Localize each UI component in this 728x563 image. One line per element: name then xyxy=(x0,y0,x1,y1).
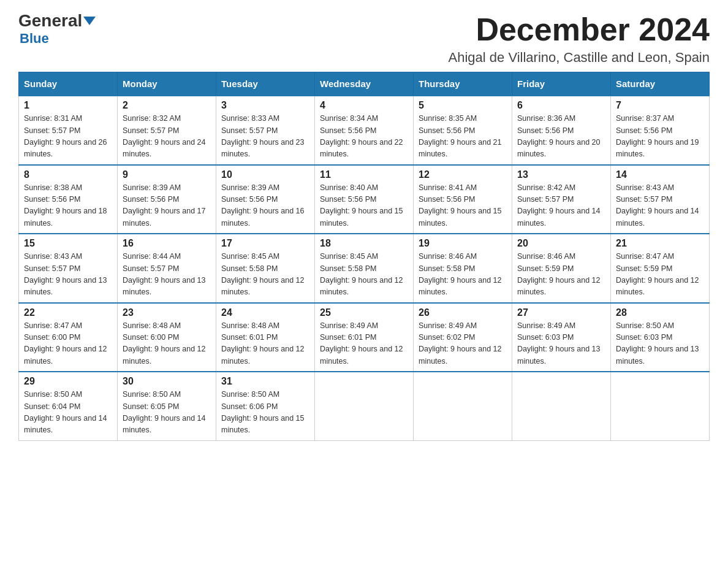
calendar-day-cell: 29Sunrise: 8:50 AMSunset: 6:04 PMDayligh… xyxy=(19,372,118,440)
day-number: 6 xyxy=(517,100,605,111)
calendar-day-cell: 10Sunrise: 8:39 AMSunset: 5:56 PMDayligh… xyxy=(216,165,315,234)
day-info: Sunrise: 8:46 AMSunset: 5:59 PMDaylight:… xyxy=(517,251,605,299)
logo-blue: Blue xyxy=(20,31,49,47)
day-number: 31 xyxy=(221,376,309,387)
day-number: 11 xyxy=(320,169,408,180)
day-info: Sunrise: 8:45 AMSunset: 5:58 PMDaylight:… xyxy=(221,251,309,299)
day-number: 15 xyxy=(24,238,112,249)
calendar-week-row: 22Sunrise: 8:47 AMSunset: 6:00 PMDayligh… xyxy=(19,303,710,372)
calendar-day-cell: 30Sunrise: 8:50 AMSunset: 6:05 PMDayligh… xyxy=(118,372,216,440)
day-info: Sunrise: 8:39 AMSunset: 5:56 PMDaylight:… xyxy=(123,182,211,230)
day-number: 23 xyxy=(123,307,211,318)
day-number: 2 xyxy=(123,100,211,111)
day-info: Sunrise: 8:39 AMSunset: 5:56 PMDaylight:… xyxy=(221,182,309,230)
day-info: Sunrise: 8:48 AMSunset: 6:01 PMDaylight:… xyxy=(221,320,309,368)
day-info: Sunrise: 8:46 AMSunset: 5:58 PMDaylight:… xyxy=(419,251,507,299)
calendar-day-cell: 14Sunrise: 8:43 AMSunset: 5:57 PMDayligh… xyxy=(611,165,710,234)
calendar-day-cell: 15Sunrise: 8:43 AMSunset: 5:57 PMDayligh… xyxy=(19,234,118,303)
calendar-day-cell: 18Sunrise: 8:45 AMSunset: 5:58 PMDayligh… xyxy=(315,234,414,303)
day-number: 8 xyxy=(24,169,112,180)
calendar-day-cell: 4Sunrise: 8:34 AMSunset: 5:56 PMDaylight… xyxy=(315,96,414,165)
day-info: Sunrise: 8:48 AMSunset: 6:00 PMDaylight:… xyxy=(123,320,211,368)
day-number: 26 xyxy=(419,307,507,318)
day-number: 3 xyxy=(221,100,309,111)
day-number: 17 xyxy=(221,238,309,249)
day-info: Sunrise: 8:43 AMSunset: 5:57 PMDaylight:… xyxy=(24,251,112,299)
day-info: Sunrise: 8:50 AMSunset: 6:06 PMDaylight:… xyxy=(221,389,309,437)
day-info: Sunrise: 8:49 AMSunset: 6:01 PMDaylight:… xyxy=(320,320,408,368)
logo-general: General xyxy=(18,11,82,30)
day-number: 14 xyxy=(616,169,704,180)
page-header: General Blue December 2024 Ahigal de Vil… xyxy=(18,12,710,66)
day-number: 25 xyxy=(320,307,408,318)
day-number: 7 xyxy=(616,100,704,111)
calendar-day-cell: 24Sunrise: 8:48 AMSunset: 6:01 PMDayligh… xyxy=(216,303,315,372)
calendar-table: SundayMondayTuesdayWednesdayThursdayFrid… xyxy=(18,72,710,441)
calendar-day-cell: 13Sunrise: 8:42 AMSunset: 5:57 PMDayligh… xyxy=(512,165,611,234)
day-info: Sunrise: 8:45 AMSunset: 5:58 PMDaylight:… xyxy=(320,251,408,299)
day-number: 12 xyxy=(419,169,507,180)
day-info: Sunrise: 8:35 AMSunset: 5:56 PMDaylight:… xyxy=(419,113,507,161)
day-info: Sunrise: 8:49 AMSunset: 6:03 PMDaylight:… xyxy=(517,320,605,368)
location-title: Ahigal de Villarino, Castille and Leon, … xyxy=(449,50,710,66)
calendar-week-row: 29Sunrise: 8:50 AMSunset: 6:04 PMDayligh… xyxy=(19,372,710,440)
calendar-week-row: 8Sunrise: 8:38 AMSunset: 5:56 PMDaylight… xyxy=(19,165,710,234)
day-number: 24 xyxy=(221,307,309,318)
calendar-day-cell: 6Sunrise: 8:36 AMSunset: 5:56 PMDaylight… xyxy=(512,96,611,165)
calendar-day-cell: 9Sunrise: 8:39 AMSunset: 5:56 PMDaylight… xyxy=(118,165,216,234)
weekday-header-thursday: Thursday xyxy=(414,72,512,96)
day-info: Sunrise: 8:41 AMSunset: 5:56 PMDaylight:… xyxy=(419,182,507,230)
calendar-day-cell: 2Sunrise: 8:32 AMSunset: 5:57 PMDaylight… xyxy=(118,96,216,165)
day-info: Sunrise: 8:34 AMSunset: 5:56 PMDaylight:… xyxy=(320,113,408,161)
calendar-day-cell xyxy=(611,372,710,440)
weekday-header-row: SundayMondayTuesdayWednesdayThursdayFrid… xyxy=(19,72,710,96)
day-number: 4 xyxy=(320,100,408,111)
calendar-day-cell: 5Sunrise: 8:35 AMSunset: 5:56 PMDaylight… xyxy=(414,96,512,165)
day-info: Sunrise: 8:43 AMSunset: 5:57 PMDaylight:… xyxy=(616,182,704,230)
weekday-header-saturday: Saturday xyxy=(611,72,710,96)
day-info: Sunrise: 8:31 AMSunset: 5:57 PMDaylight:… xyxy=(24,113,112,161)
weekday-header-friday: Friday xyxy=(512,72,611,96)
day-info: Sunrise: 8:49 AMSunset: 6:02 PMDaylight:… xyxy=(419,320,507,368)
weekday-header-monday: Monday xyxy=(118,72,216,96)
day-info: Sunrise: 8:38 AMSunset: 5:56 PMDaylight:… xyxy=(24,182,112,230)
calendar-day-cell: 19Sunrise: 8:46 AMSunset: 5:58 PMDayligh… xyxy=(414,234,512,303)
logo: General Blue xyxy=(18,12,96,47)
calendar-day-cell: 11Sunrise: 8:40 AMSunset: 5:56 PMDayligh… xyxy=(315,165,414,234)
day-info: Sunrise: 8:37 AMSunset: 5:56 PMDaylight:… xyxy=(616,113,704,161)
calendar-day-cell: 12Sunrise: 8:41 AMSunset: 5:56 PMDayligh… xyxy=(414,165,512,234)
calendar-day-cell xyxy=(414,372,512,440)
day-number: 18 xyxy=(320,238,408,249)
day-number: 22 xyxy=(24,307,112,318)
calendar-day-cell: 28Sunrise: 8:50 AMSunset: 6:03 PMDayligh… xyxy=(611,303,710,372)
calendar-day-cell: 27Sunrise: 8:49 AMSunset: 6:03 PMDayligh… xyxy=(512,303,611,372)
month-title: December 2024 xyxy=(449,12,710,47)
day-number: 5 xyxy=(419,100,507,111)
calendar-day-cell xyxy=(512,372,611,440)
logo-triangle-icon xyxy=(83,17,96,25)
day-info: Sunrise: 8:44 AMSunset: 5:57 PMDaylight:… xyxy=(123,251,211,299)
day-info: Sunrise: 8:50 AMSunset: 6:03 PMDaylight:… xyxy=(616,320,704,368)
calendar-day-cell: 26Sunrise: 8:49 AMSunset: 6:02 PMDayligh… xyxy=(414,303,512,372)
weekday-header-tuesday: Tuesday xyxy=(216,72,315,96)
title-area: December 2024 Ahigal de Villarino, Casti… xyxy=(449,12,710,66)
day-number: 27 xyxy=(517,307,605,318)
calendar-day-cell: 25Sunrise: 8:49 AMSunset: 6:01 PMDayligh… xyxy=(315,303,414,372)
calendar-day-cell: 3Sunrise: 8:33 AMSunset: 5:57 PMDaylight… xyxy=(216,96,315,165)
calendar-day-cell: 16Sunrise: 8:44 AMSunset: 5:57 PMDayligh… xyxy=(118,234,216,303)
calendar-day-cell: 17Sunrise: 8:45 AMSunset: 5:58 PMDayligh… xyxy=(216,234,315,303)
day-number: 1 xyxy=(24,100,112,111)
day-number: 16 xyxy=(123,238,211,249)
weekday-header-wednesday: Wednesday xyxy=(315,72,414,96)
day-info: Sunrise: 8:33 AMSunset: 5:57 PMDaylight:… xyxy=(221,113,309,161)
day-number: 19 xyxy=(419,238,507,249)
calendar-day-cell: 7Sunrise: 8:37 AMSunset: 5:56 PMDaylight… xyxy=(611,96,710,165)
day-number: 30 xyxy=(123,376,211,387)
day-number: 10 xyxy=(221,169,309,180)
calendar-day-cell: 20Sunrise: 8:46 AMSunset: 5:59 PMDayligh… xyxy=(512,234,611,303)
day-number: 9 xyxy=(123,169,211,180)
calendar-week-row: 1Sunrise: 8:31 AMSunset: 5:57 PMDaylight… xyxy=(19,96,710,165)
calendar-week-row: 15Sunrise: 8:43 AMSunset: 5:57 PMDayligh… xyxy=(19,234,710,303)
logo-text: General xyxy=(18,12,96,29)
day-info: Sunrise: 8:36 AMSunset: 5:56 PMDaylight:… xyxy=(517,113,605,161)
